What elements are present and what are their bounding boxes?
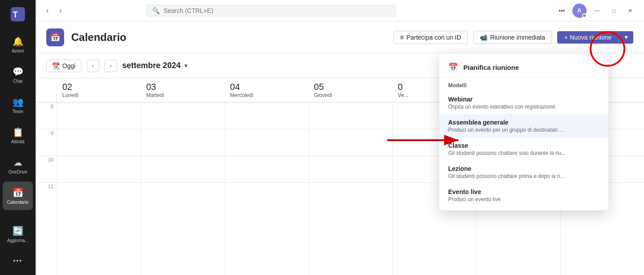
bell-icon: 🔔 — [12, 36, 24, 47]
team-icon: 👥 — [12, 97, 24, 107]
teams-logo[interactable]: T — [7, 4, 28, 25]
classe-desc: Gli studenti possono chattare solo duran… — [448, 150, 599, 156]
sidebar-item-azioni[interactable]: 🔔 Azioni — [3, 30, 33, 59]
caret-down-icon: ▼ — [624, 34, 629, 40]
month-title[interactable]: settembre 2024 ▼ — [122, 61, 189, 70]
day-cell[interactable] — [225, 102, 308, 129]
calendar-header-actions: # Partecipa con un ID 📹 Riunione immedia… — [393, 31, 633, 44]
riunione-immediata-button[interactable]: 📹 Riunione immediata — [473, 31, 552, 44]
sidebar-label-chat: Chat — [13, 79, 22, 84]
aggiorna-icon: 🔄 — [12, 226, 24, 236]
time-9: 9 — [36, 129, 57, 156]
partecipa-button[interactable]: # Partecipa con un ID — [393, 31, 468, 44]
schedule-meeting-item[interactable]: 📅 Pianifica riunione — [439, 57, 608, 78]
sidebar-label-aggiorna: Aggiorna... — [7, 238, 28, 243]
next-month-button[interactable]: › — [105, 60, 117, 72]
maximize-button[interactable]: □ — [608, 6, 620, 16]
day-header-03: 03 Martedì — [141, 78, 224, 102]
more-options-button[interactable]: ••• — [555, 5, 569, 16]
today-button[interactable]: 📆 Oggi — [46, 60, 81, 72]
sidebar-item-aggiorna[interactable]: 🔄 Aggiorna... — [3, 220, 33, 248]
day-cell[interactable] — [309, 102, 392, 129]
today-cal-icon: 📆 — [52, 62, 60, 69]
prev-month-button[interactable]: ‹ — [87, 60, 99, 72]
modelli-label: Modelli — [439, 78, 608, 91]
day-cell[interactable] — [225, 129, 308, 156]
nuova-riunione-group: + Nuova riunione ▼ — [557, 31, 633, 44]
avatar-wrap[interactable]: A — [572, 4, 587, 18]
day-col-mon[interactable] — [57, 102, 141, 275]
day-col-wed[interactable] — [225, 102, 308, 275]
day-cell[interactable] — [225, 156, 308, 182]
evento-live-item[interactable]: Evento live Produci un evento live — [439, 184, 608, 207]
sidebar-item-team[interactable]: 👥 Team — [3, 91, 33, 119]
sidebar-more-button[interactable]: ••• — [3, 250, 33, 271]
nuova-riunione-button[interactable]: + Nuova riunione — [557, 31, 619, 44]
day-cell[interactable] — [309, 182, 392, 209]
calendar-header: 📅 Calendario # Partecipa con un ID 📹 Riu… — [36, 21, 644, 53]
svg-text:T: T — [13, 10, 18, 19]
month-caret-icon: ▼ — [183, 63, 189, 69]
back-button[interactable]: ‹ — [43, 5, 52, 16]
forward-button[interactable]: › — [56, 5, 65, 16]
sidebar-label-attivita: Attività — [11, 139, 24, 144]
more-icon: ••• — [13, 257, 23, 264]
evento-live-desc: Produci un evento live — [448, 196, 599, 202]
schedule-icon: 📅 — [448, 62, 458, 72]
calendario-icon: 📅 — [12, 187, 24, 198]
sidebar-label-onedrive: OneDrive — [8, 170, 27, 174]
hash-icon: # — [400, 34, 404, 41]
calendar-app-icon: 📅 — [50, 32, 60, 42]
topbar-right: ••• A — □ ✕ — [555, 4, 637, 18]
time-gutter: 8 9 10 11 — [36, 102, 57, 275]
time-11: 11 — [36, 182, 57, 209]
search-input[interactable] — [163, 7, 390, 14]
day-cell[interactable] — [141, 182, 224, 209]
onedrive-icon: ☁ — [13, 157, 22, 168]
search-icon: 🔍 — [152, 7, 160, 14]
assemblea-desc: Produci un evento per un gruppo di desti… — [448, 127, 599, 133]
topbar: ‹ › 🔍 ••• A — □ ✕ — [36, 0, 644, 21]
dropdown-menu: 📅 Pianifica riunione Modelli Webinar Osp… — [439, 53, 608, 210]
webinar-desc: Ospita un evento interattivo con registr… — [448, 104, 599, 110]
calendar-icon-wrap: 📅 — [46, 28, 64, 46]
day-header-05: 05 Giovedì — [308, 78, 392, 102]
sidebar-item-onedrive[interactable]: ☁ OneDrive — [3, 151, 33, 180]
search-bar: 🔍 — [146, 5, 396, 16]
assemblea-title: Assemblea generale — [448, 119, 599, 126]
video-icon: 📹 — [480, 34, 487, 41]
lezione-item[interactable]: Lezione Gli studenti possono chattare pr… — [439, 161, 608, 184]
avatar-status — [582, 13, 587, 18]
day-cell[interactable] — [225, 182, 308, 209]
day-cell[interactable] — [141, 102, 224, 129]
day-cell[interactable] — [309, 129, 392, 156]
day-cell[interactable] — [141, 156, 224, 182]
sidebar-item-chat[interactable]: 💬 Chat — [3, 61, 33, 89]
sidebar-item-calendario[interactable]: 📅 Calendario — [3, 182, 33, 210]
day-cell[interactable] — [57, 102, 141, 129]
webinar-item[interactable]: Webinar Ospita un evento interattivo con… — [439, 91, 608, 114]
sidebar-item-attivita[interactable]: 📋 Attività — [3, 121, 33, 150]
evento-live-title: Evento live — [448, 188, 599, 195]
chat-icon: 💬 — [12, 66, 24, 77]
attivita-icon: 📋 — [12, 127, 24, 138]
sidebar-label-azioni: Azioni — [12, 49, 24, 53]
day-cell[interactable] — [57, 156, 141, 182]
classe-item[interactable]: Classe Gli studenti possono chattare sol… — [439, 138, 608, 161]
minimize-button[interactable]: — — [590, 6, 604, 16]
day-col-thu[interactable] — [308, 102, 392, 275]
nuova-riunione-caret[interactable]: ▼ — [619, 31, 633, 44]
sidebar-label-team: Team — [12, 109, 23, 114]
day-cell[interactable] — [57, 129, 141, 156]
assemblea-item[interactable]: Assemblea generale Produci un evento per… — [439, 114, 608, 138]
day-cell[interactable] — [309, 156, 392, 182]
lezione-desc: Gli studenti possono chattare prima e do… — [448, 173, 599, 179]
day-cell[interactable] — [57, 182, 141, 209]
schedule-label: Pianifica riunione — [463, 64, 519, 71]
day-col-tue[interactable] — [141, 102, 224, 275]
time-8: 8 — [36, 102, 57, 129]
day-header-02: 02 Lunedì — [57, 78, 141, 102]
close-button[interactable]: ✕ — [624, 6, 637, 16]
day-cell[interactable] — [141, 129, 224, 156]
sidebar-label-calendario: Calendario — [7, 200, 28, 205]
